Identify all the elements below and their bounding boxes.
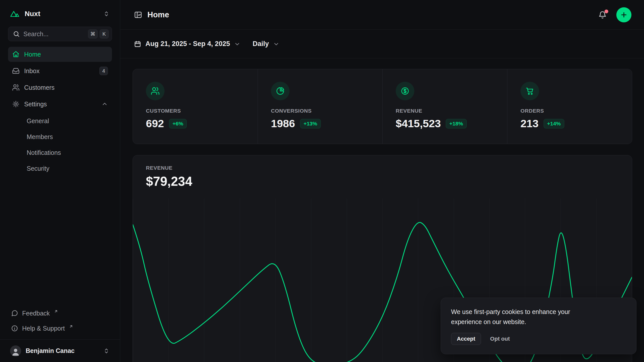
sidebar-item-home[interactable]: Home [8,47,112,62]
users-icon [12,84,20,91]
settings-subnav: General Members Notifications Security [8,113,112,176]
external-link-icon [54,309,58,313]
sidebar-item-settings[interactable]: Settings [8,97,112,112]
chevron-updown-icon [103,347,110,354]
notification-dot [605,10,608,13]
topbar: Home [120,0,644,30]
sidebar-item-general[interactable]: General [8,113,112,129]
date-range-picker[interactable]: Aug 21, 2025 - Sep 4, 2025 [134,40,240,48]
stat-label: ORDERS [520,108,544,114]
sidebar-item-security[interactable]: Security [8,161,112,176]
stat-delta-badge: +6% [169,119,187,128]
sidebar-item-notifications[interactable]: Notifications [8,145,112,161]
page-title: Home [147,10,169,19]
stat-value: 1986 [271,117,295,130]
cookie-accept-button[interactable]: Accept [451,333,481,345]
footer-link-label: Help & Support [22,325,65,332]
add-button[interactable] [616,7,631,22]
pie-chart-icon [271,82,290,100]
cart-icon [520,82,539,100]
chevron-down-icon [273,41,279,47]
stat-delta-badge: +18% [446,119,466,128]
cookie-banner: We use first-party cookies to enhance yo… [441,298,636,354]
interval-select[interactable]: Daily [253,40,279,48]
sidebar-item-inbox[interactable]: Inbox 4 [8,63,112,78]
chat-bubble-icon [11,310,18,317]
stat-delta-badge: +14% [544,119,564,128]
stat-card-revenue: REVENUE $415,523 +18% [382,69,507,144]
home-icon [12,51,20,58]
chevron-down-icon [234,41,240,47]
stat-label: CONVERSIONS [271,108,312,114]
stats-row: CUSTOMERS 692 +6% CONVERSIONS 1986 +13% [133,69,632,144]
stat-value: $415,523 [396,117,441,130]
search-shortcut: ⌘ K [88,29,109,38]
inbox-count-badge: 4 [99,67,108,75]
stat-delta-badge: +13% [300,119,321,128]
avatar [10,345,21,356]
chevron-up-icon [101,101,108,107]
stat-card-orders: ORDERS 213 +14% [507,69,632,144]
gear-icon [12,100,20,108]
chevron-updown-icon [103,10,110,17]
user-name: Benjamin Canac [26,347,98,354]
cookie-optout-button[interactable]: Opt out [490,336,510,342]
panel-dashboard-icon[interactable] [134,11,142,19]
cookie-message: We use first-party cookies to enhance yo… [451,307,597,327]
inbox-icon [12,67,20,75]
kbd-cmd: ⌘ [88,29,98,38]
search-input[interactable]: Search... ⌘ K [8,27,112,41]
sidebar-footer: Feedback Help & Support [0,306,120,339]
revenue-chart-label: REVENUE [146,165,619,171]
sidebar-item-members[interactable]: Members [8,129,112,145]
calendar-icon [134,40,141,48]
stat-value: 213 [520,117,539,130]
search-icon [13,30,20,37]
date-range-value: Aug 21, 2025 - Sep 4, 2025 [145,40,230,48]
help-support-link[interactable]: Help & Support [8,321,112,336]
search-placeholder: Search... [23,30,85,38]
sidebar: Nuxt Search... ⌘ K Home [0,0,120,362]
users-icon [146,82,165,100]
nav-label: Settings [24,101,47,108]
external-link-icon [69,324,73,329]
footer-link-label: Feedback [22,310,50,317]
sidebar-nav: Home Inbox 4 Customers Settings [8,47,112,176]
stat-label: REVENUE [396,108,422,114]
nav-label: Inbox [24,67,39,75]
stat-card-conversions: CONVERSIONS 1986 +13% [258,69,382,144]
stat-label: CUSTOMERS [146,108,181,114]
nuxt-logo-icon [10,10,21,18]
nav-label: Home [24,51,41,58]
user-menu[interactable]: Benjamin Canac [0,339,120,362]
notifications-button[interactable] [597,9,608,21]
interval-value: Daily [253,40,269,48]
filter-toolbar: Aug 21, 2025 - Sep 4, 2025 Daily [120,30,644,58]
dollar-circle-icon [396,82,414,100]
workspace-switcher[interactable]: Nuxt [8,5,112,23]
feedback-link[interactable]: Feedback [8,306,112,321]
kbd-k: K [100,29,109,38]
info-circle-icon [11,325,18,332]
revenue-chart-value: $79,234 [146,174,619,189]
nav-label: Customers [24,84,55,91]
stat-value: 692 [146,117,164,130]
workspace-name: Nuxt [25,10,40,18]
stat-card-customers: CUSTOMERS 692 +6% [133,69,258,144]
sidebar-item-customers[interactable]: Customers [8,80,112,95]
